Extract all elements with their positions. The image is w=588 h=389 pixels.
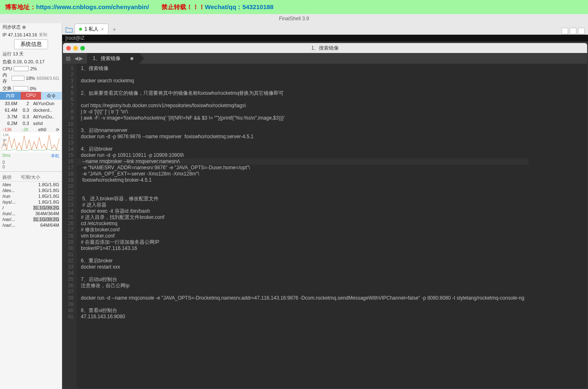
disk-row[interactable]: /run1.8G/1.8G [0,193,62,199]
disk-header: 路径 可用/大小 [0,173,62,182]
window-minimize-icon[interactable] [73,46,78,50]
process-row[interactable]: 61.4M0.3dockerd.. [1,107,61,113]
terminal-line[interactable]: [root@iZ [62,35,588,41]
tab-cpu[interactable]: CPU [21,92,41,100]
sidebar-toggle-icon[interactable]: ▤ [63,53,73,63]
app-titlebar: FinalShell 3.9 [0,14,588,23]
disk-paths: /dev1.8G/1.8G/dev...1.8G/1.8G/run1.8G/1.… [0,182,62,228]
disk-row[interactable]: /31.1G/39.2G [0,205,62,211]
line-gutter: 1234567891011121314151617181920212223242… [63,64,77,388]
connection-tabbar: 1 私人 × + [62,23,588,35]
modified-dot-icon [130,57,133,60]
system-info-button[interactable]: 系统信息 [14,39,48,49]
sync-status: 同步状态 [0,23,62,31]
swap-meter [13,86,28,91]
uptime-label: 运行 13 天 [0,50,62,58]
status-dot-icon [79,28,82,31]
tab-memory[interactable]: 内存 [0,92,21,100]
disk-row[interactable]: /sys/...1.8G/1.8G [0,199,62,205]
nav-back-icon[interactable]: ◀ [75,55,78,61]
refresh-icon[interactable]: ⟳ [56,127,59,132]
process-row[interactable]: 33.6M2AliYunDun [1,101,61,106]
layout-icon-3[interactable] [578,28,585,34]
disk-row[interactable]: /dev...1.8G/1.8G [0,187,62,193]
process-table: 33.6M2AliYunDun61.4M0.3dockerd..3.7M0.3A… [0,100,62,127]
status-dot-icon [22,26,26,29]
editor-titlebar: 1、搜索镜像 [63,43,587,53]
layout-icon-2[interactable] [570,28,576,34]
net-counts: 00 [0,160,62,170]
window-close-icon[interactable] [66,46,71,50]
editor-window: 1、搜索镜像 ▤ ◀ ▶ 1、搜索镜像 12345678910111213141… [63,43,587,388]
copy-ip-link[interactable]: 复制 [39,32,47,38]
layout-icon-1[interactable] [561,28,568,34]
folder-icon[interactable] [65,25,74,34]
disk-row[interactable]: /dev1.8G/1.8G [0,182,62,187]
cpu-meter [14,66,29,71]
code-editor[interactable]: 1234567891011121314151617181920212223242… [63,64,587,388]
memory-row: 内存 18% 669M/3.6G [0,72,62,85]
tab-label: 1 私人 [84,26,99,33]
disk-row[interactable]: /var/...64M/64M [0,222,62,228]
process-row[interactable]: 3.7M0.3AliYunDu.. [1,114,61,120]
swap-row: 交换 0% [0,85,62,92]
tab-command[interactable]: 命令 [41,92,62,100]
nav-forward-icon[interactable]: ▶ [79,55,83,61]
sidebar-net-footer: 0ms 本机 [0,152,62,160]
network-header: ↑13K ↓2K eth0 ⟳ [0,127,62,132]
editor-toolbar: ▤ ◀ ▶ 1、搜索镜像 [63,53,587,64]
ip-row: IP 47.116.143.16 复制 [0,31,62,38]
close-tab-icon[interactable]: × [101,26,104,32]
window-zoom-icon[interactable] [80,46,85,50]
mem-meter [12,76,24,81]
process-tabs: 内存 CPU 命令 [0,92,62,100]
disk-row[interactable]: /var/...31.1G/39.2G [0,216,62,222]
file-tab[interactable]: 1、搜索镜像 [87,53,139,64]
cpu-row: CPU 2% [0,66,62,72]
load-label: 负载 0.18, 0.20, 0.17 [0,58,62,66]
process-row[interactable]: 6.2M0.3sshd [1,120,61,126]
network-sparkline: 13K9K4K [2,132,60,152]
code-content[interactable]: 1、搜索镜像 docker search rocketmq 2、如果要查看其它的… [77,64,528,388]
disk-row[interactable]: /run/...364M/364M [0,211,62,216]
connection-tab[interactable]: 1 私人 × [75,24,108,34]
watermark-banner: 博客地址：https://www.cnblogs.com/chenyanbin/… [0,0,588,14]
app-title: FinalShell 3.9 [279,16,309,22]
add-tab-button[interactable]: + [109,24,119,34]
host-link[interactable]: 本机 [51,153,59,159]
sidebar: 同步状态 IP 47.116.143.16 复制 系统信息 运行 13 天 负载… [0,23,62,389]
editor-window-title: 1、搜索镜像 [311,45,339,52]
